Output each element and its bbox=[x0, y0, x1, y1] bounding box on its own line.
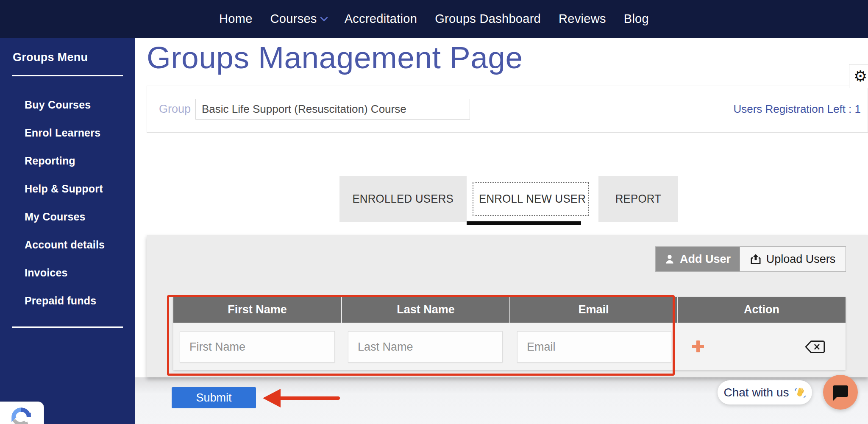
group-label: Group bbox=[159, 86, 191, 132]
submit-button[interactable]: Submit bbox=[172, 387, 256, 408]
nav-item-courses[interactable]: Courses bbox=[270, 12, 327, 26]
page-title: Groups Management Page bbox=[147, 40, 523, 75]
sidebar-item-prepaid-funds[interactable]: Prepaid funds bbox=[25, 287, 135, 315]
waving-hand-icon bbox=[793, 386, 806, 399]
top-navigation: Home Courses Accreditation Groups Dashbo… bbox=[0, 0, 868, 38]
nav-label: Home bbox=[219, 12, 253, 26]
table-header-row: First Name Last Name Email Action bbox=[173, 297, 846, 323]
add-row-button[interactable] bbox=[690, 339, 706, 354]
nav-item-reviews[interactable]: Reviews bbox=[559, 12, 606, 26]
first-name-input[interactable] bbox=[180, 331, 335, 363]
active-tab-underline bbox=[467, 221, 581, 225]
sidebar-item-buy-courses[interactable]: Buy Courses bbox=[25, 91, 135, 119]
sidebar-item-account-details[interactable]: Account details bbox=[25, 231, 135, 259]
sidebar-menu: Buy Courses Enrol Learners Reporting Hel… bbox=[0, 91, 135, 315]
nav-label: Courses bbox=[270, 12, 317, 26]
users-registration-left-link[interactable]: Users Registration Left : 1 bbox=[733, 86, 861, 132]
recaptcha-badge[interactable] bbox=[0, 402, 44, 424]
tab-report[interactable]: REPORT bbox=[598, 176, 678, 222]
sidebar-item-help-support[interactable]: Help & Support bbox=[25, 175, 135, 203]
sidebar-item-reporting[interactable]: Reporting bbox=[25, 147, 135, 175]
sidebar-title: Groups Menu bbox=[0, 38, 135, 64]
chat-launcher-button[interactable] bbox=[823, 375, 858, 410]
header-first-name: First Name bbox=[173, 297, 341, 323]
new-users-table: First Name Last Name Email Action bbox=[173, 297, 846, 370]
nav-item-accreditation[interactable]: Accreditation bbox=[345, 12, 417, 26]
add-user-button[interactable]: Add User bbox=[656, 247, 740, 271]
chat-label: Chat with us bbox=[723, 386, 789, 399]
chevron-down-icon bbox=[320, 14, 328, 21]
sidebar-item-invoices[interactable]: Invoices bbox=[25, 259, 135, 287]
chat-with-us-bubble[interactable]: Chat with us bbox=[718, 380, 812, 404]
remove-row-button[interactable] bbox=[805, 340, 825, 354]
nav-label: Blog bbox=[624, 12, 649, 26]
header-email: Email bbox=[509, 297, 677, 323]
nav-label: Groups Dashboard bbox=[435, 12, 541, 26]
gear-icon: ⚙ bbox=[854, 69, 867, 84]
group-panel: Group Users Registration Left : 1 bbox=[147, 86, 868, 133]
header-last-name: Last Name bbox=[341, 297, 509, 323]
upload-users-button[interactable]: Upload Users bbox=[740, 247, 846, 271]
tab-enrolled-users[interactable]: ENROLLED USERS bbox=[339, 176, 467, 222]
group-input[interactable] bbox=[195, 99, 470, 120]
user-entry-mode-buttons: Add User Upload Users bbox=[655, 246, 846, 272]
recaptcha-icon bbox=[9, 405, 33, 424]
tab-enroll-new-user[interactable]: ENROLL NEW USER bbox=[467, 176, 598, 222]
sidebar-item-my-courses[interactable]: My Courses bbox=[25, 203, 135, 231]
upload-icon bbox=[750, 254, 761, 265]
add-user-label: Add User bbox=[680, 253, 731, 266]
nav-item-blog[interactable]: Blog bbox=[624, 12, 649, 26]
table-row bbox=[173, 323, 846, 370]
nav-label: Accreditation bbox=[345, 12, 417, 26]
settings-button[interactable]: ⚙ bbox=[849, 64, 868, 88]
chat-bubble-icon bbox=[833, 385, 848, 397]
groups-menu-sidebar: Groups Menu Buy Courses Enrol Learners R… bbox=[0, 38, 135, 424]
sidebar-item-enrol-learners[interactable]: Enrol Learners bbox=[25, 119, 135, 147]
nav-item-groups-dashboard[interactable]: Groups Dashboard bbox=[435, 12, 541, 26]
tab-label: ENROLL NEW USER bbox=[479, 192, 586, 206]
last-name-input[interactable] bbox=[348, 331, 503, 363]
header-action: Action bbox=[677, 297, 846, 323]
nav-item-home[interactable]: Home bbox=[219, 12, 253, 26]
tab-label: REPORT bbox=[615, 192, 662, 206]
backspace-icon bbox=[805, 340, 825, 354]
tab-label: ENROLLED USERS bbox=[353, 192, 454, 206]
sidebar-divider bbox=[12, 75, 123, 76]
nav-label: Reviews bbox=[559, 12, 606, 26]
email-input[interactable] bbox=[517, 331, 671, 363]
sidebar-divider-bottom bbox=[12, 326, 123, 328]
person-icon bbox=[665, 254, 675, 264]
upload-users-label: Upload Users bbox=[766, 253, 836, 266]
